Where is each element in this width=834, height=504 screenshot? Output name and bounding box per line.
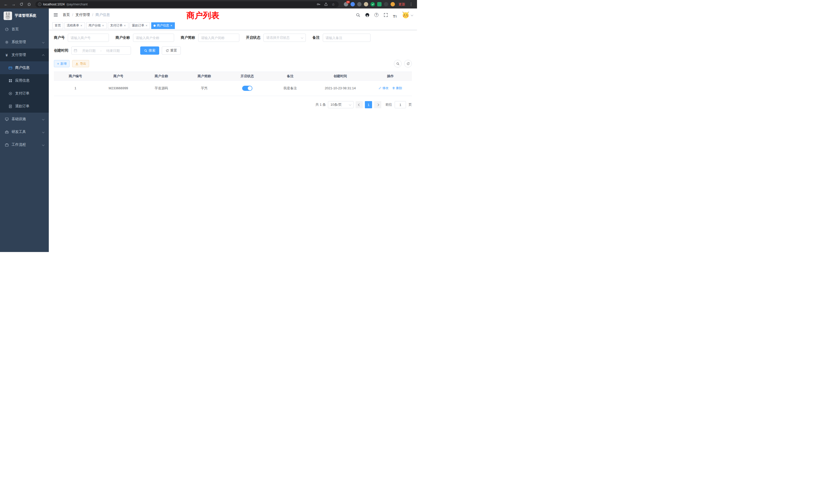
github-icon[interactable] — [364, 12, 371, 18]
export-button[interactable]: 导出 — [72, 60, 89, 67]
close-icon[interactable]: × — [80, 24, 83, 27]
url-path: /pay/merchant — [66, 2, 88, 6]
gear-icon — [5, 40, 9, 44]
extension-icon[interactable] — [391, 2, 395, 6]
help-icon[interactable]: ? — [373, 12, 380, 18]
total-count: 共 1 条 — [315, 102, 326, 107]
tab-label: 商户信息 — [157, 23, 169, 28]
back-icon[interactable]: ← — [3, 1, 9, 8]
yen-icon: ¥ — [5, 53, 9, 57]
add-button[interactable]: + 新增 — [54, 60, 70, 67]
sidebar-item-workflow[interactable]: 工作流程 — [0, 138, 49, 151]
forward-icon[interactable]: → — [10, 1, 17, 8]
delete-button[interactable]: 删除 — [392, 86, 402, 90]
filter-form-row-1: 商户号 商户全称 商户简称 开启状态 请选择开启状态 — [54, 33, 412, 42]
tab-user-group[interactable]: 用户分组 × — [86, 22, 107, 29]
status-select-placeholder: 请选择开启状态 — [266, 36, 290, 40]
search-button-label: 搜索 — [149, 48, 155, 53]
tags-view-bar: 首页 流程表单 × 用户分组 × 支付订单 × 退款订单 × — [49, 21, 417, 30]
sidebar: 芋道管理系统 首页 系统管理 ¥ 支付管 — [0, 8, 49, 252]
hamburger-icon[interactable] — [53, 12, 59, 18]
cell-create-time: 2021-10-23 08:31:14 — [312, 81, 369, 96]
merchant-no-input[interactable] — [68, 33, 109, 42]
filter-label-full-name: 商户全称 — [115, 36, 130, 40]
page-unit-label: 页 — [409, 102, 412, 107]
home-icon[interactable] — [26, 1, 32, 8]
extension-icon[interactable] — [371, 2, 375, 6]
font-size-icon[interactable]: TT — [392, 12, 398, 18]
site-info-icon[interactable]: i — [38, 3, 41, 6]
create-time-range-picker[interactable]: - — [71, 46, 131, 55]
password-key-icon[interactable] — [315, 2, 321, 7]
extension-icon[interactable] — [377, 2, 381, 6]
search-button[interactable]: 搜索 — [140, 46, 159, 55]
table-header-row: 商户编号 商户号 商户全称 商户简称 开启状态 备注 创建时间 操作 — [54, 72, 412, 81]
close-icon[interactable]: × — [170, 24, 173, 27]
end-date-input[interactable] — [103, 49, 124, 53]
refresh-icon[interactable] — [404, 60, 412, 68]
filter-label-create-time: 创建时间 — [54, 48, 68, 53]
toolbox-icon — [5, 130, 9, 134]
status-select[interactable]: 请选择开启状态 — [263, 33, 306, 42]
user-avatar[interactable] — [402, 11, 413, 19]
column-header-actions: 操作 — [369, 72, 412, 81]
sidebar-item-payment[interactable]: ¥ 支付管理 — [0, 48, 49, 61]
next-page-button[interactable] — [374, 101, 381, 108]
browser-menu-icon[interactable]: ⋮ — [408, 1, 414, 8]
tab-process-form[interactable]: 流程表单 × — [64, 22, 85, 29]
edit-button[interactable]: 修改 — [378, 86, 389, 90]
close-icon[interactable]: × — [124, 24, 126, 27]
page-size-select[interactable]: 10条/页 — [328, 101, 354, 108]
bookmark-star-icon[interactable]: ☆ — [330, 2, 336, 7]
short-name-input[interactable] — [198, 33, 239, 42]
tab-merchant-info[interactable]: 商户信息 × — [151, 22, 175, 29]
cell-full-name: 芋道源码 — [140, 81, 183, 96]
reload-icon[interactable] — [18, 1, 25, 8]
table-row: 1 M233666999 芋道源码 芋艿 我是备注 2021-10-23 08:… — [54, 81, 412, 96]
breadcrumb-home[interactable]: 首页 — [63, 13, 70, 17]
extension-icon[interactable] — [384, 2, 388, 6]
search-icon[interactable] — [355, 12, 361, 18]
sidebar-subitem-merchant-info[interactable]: 商户信息 — [0, 61, 49, 74]
sidebar-subitem-pay-order[interactable]: 支付订单 — [0, 87, 49, 100]
tab-refund-order[interactable]: 退款订单 × — [130, 22, 150, 29]
close-icon[interactable]: × — [102, 24, 105, 27]
sidebar-subitem-refund-order[interactable]: 退款订单 — [0, 100, 49, 113]
extension-icon[interactable] — [357, 2, 361, 6]
start-date-input[interactable] — [78, 49, 100, 53]
search-icon — [144, 49, 147, 52]
chevron-down-icon — [411, 13, 413, 17]
sidebar-item-system[interactable]: 系统管理 — [0, 36, 49, 48]
close-icon[interactable]: × — [145, 24, 148, 27]
fullscreen-icon[interactable] — [382, 12, 389, 18]
app-header: 首页 / 支付管理 / 商户信息 商户列表 ? — [49, 8, 417, 21]
breadcrumb-payment[interactable]: 支付管理 — [75, 13, 90, 17]
plus-icon: + — [57, 62, 59, 65]
tab-home[interactable]: 首页 — [52, 22, 63, 29]
status-toggle[interactable] — [242, 86, 253, 91]
sidebar-item-home[interactable]: 首页 — [0, 23, 49, 36]
search-toggle-icon[interactable] — [394, 60, 401, 68]
extension-icon[interactable]: 10 — [344, 2, 348, 6]
full-name-input[interactable] — [133, 33, 174, 42]
share-icon[interactable] — [323, 2, 329, 7]
column-header-merchant-no: 商户号 — [97, 72, 140, 81]
goto-page-input[interactable] — [395, 101, 406, 108]
address-bar[interactable]: i localhost:1024/pay/merchant ☆ — [36, 1, 339, 7]
prev-page-button[interactable] — [356, 101, 363, 108]
remark-input[interactable] — [323, 33, 371, 42]
tab-pay-order[interactable]: 支付订单 × — [108, 22, 128, 29]
extension-icon[interactable] — [364, 2, 368, 6]
payment-submenu: 商户信息 应用信息 支付订单 — [0, 61, 49, 113]
update-button[interactable]: 更新 — [398, 2, 405, 7]
extension-icon[interactable] — [351, 2, 355, 6]
avatar-image — [402, 11, 410, 19]
sidebar-item-devtools[interactable]: 研发工具 — [0, 125, 49, 138]
chevron-left-icon — [358, 104, 360, 106]
page-number-button[interactable]: 1 — [365, 101, 372, 108]
sidebar-subitem-app-info[interactable]: 应用信息 — [0, 74, 49, 87]
sidebar-item-infrastructure[interactable]: 基础设施 — [0, 113, 49, 125]
app-logo[interactable]: 芋道管理系统 — [0, 8, 49, 23]
chevron-up-icon — [42, 53, 44, 57]
reset-button[interactable]: 重置 — [162, 46, 181, 55]
